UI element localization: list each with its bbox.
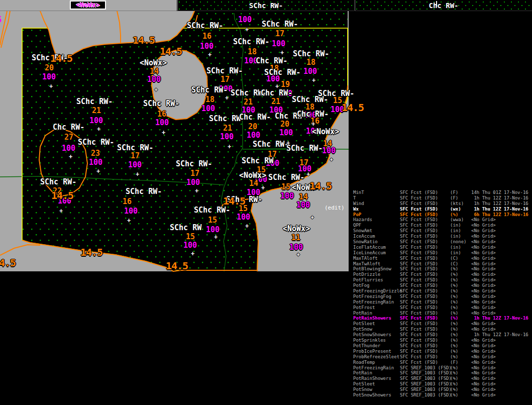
element-time: <No Grid>: [471, 245, 532, 250]
element-name: PotThunder: [350, 343, 400, 349]
element-source: SFC SREF_1003 (FSD): [400, 376, 450, 381]
legend-row-potblowingsnow[interactable]: PotBlowingSnowSFC Fcst (FSD)(%)<No Grid>: [350, 266, 532, 272]
legend-row-snowamt[interactable]: SnowAmtSFC Fcst (FSD)(in)<No Grid>: [350, 228, 532, 234]
legend-row-potsnow[interactable]: PotSnowSFC Fcst (FSD)(%)<No Grid>: [350, 327, 532, 332]
legend-row-probicepresent[interactable]: ProbIcePresentSFC Fcst (FSD)(%)<No Grid>: [350, 349, 532, 354]
element-unit: (in): [450, 245, 471, 250]
element-unit: (wwa): [450, 217, 471, 223]
element-source: SFC Fcst (FSD): [400, 332, 450, 338]
element-source: SFC Fcst (FSD): [400, 305, 450, 311]
legend-row-icelineaccum[interactable]: IceLineAccumSFC Fcst (FSD)(in)<No Grid>: [350, 250, 532, 256]
element-name: MaxTAloft: [350, 256, 400, 261]
legend-row-roadtemp[interactable]: RoadTempSFC Fcst (FSD)(F)<No Grid>: [350, 360, 532, 365]
element-time: <No Grid>: [471, 234, 532, 239]
element-source: SFC Fcst (FSD): [400, 234, 450, 239]
element-name: IceFlatAccum: [350, 245, 400, 250]
legend-row-snowratio[interactable]: SnowRatioSFC Fcst (FSD)(none)<No Grid>: [350, 239, 532, 245]
legend-row-pop[interactable]: PoPSFC Fcst (FSD)(%) 6h Thu 12Z 17-Nov-1…: [350, 212, 532, 218]
legend-row-potfog[interactable]: PotFogSFC Fcst (FSD)(%)<No Grid>: [350, 283, 532, 288]
legend-row-potsprinkles[interactable]: PotSprinklesSFC Fcst (FSD)(%)<No Grid>: [350, 338, 532, 343]
element-name: SnowAmt: [350, 228, 400, 234]
element-unit: (%): [450, 370, 471, 376]
element-name: MaxTwAloft: [350, 261, 400, 267]
element-unit: (F): [450, 360, 471, 365]
element-unit: (%): [450, 212, 471, 218]
element-time: <No Grid>: [471, 360, 532, 365]
element-time: 1h Thu 12Z 17-Nov-16: [471, 207, 532, 212]
element-time: <No Grid>: [471, 239, 532, 245]
element-unit: (F): [450, 195, 471, 201]
legend-row-potsnow[interactable]: PotSnowSFC SREF_1003 (FSD)(%)<No Grid>: [350, 387, 532, 392]
element-source: SFC Fcst (FSD): [400, 250, 450, 256]
element-time: <No Grid>: [471, 266, 532, 272]
element-time: 1h Thu 12Z 17-Nov-16: [471, 332, 532, 338]
element-name: PotFreezingDrizzle: [350, 288, 400, 294]
element-source: SFC Fcst (FSD): [400, 245, 450, 250]
legend-row-potfreezingrain[interactable]: PotFreezingRainSFC SREF_1003 (FSD)(%)<No…: [350, 365, 532, 371]
element-time: <No Grid>: [471, 387, 532, 392]
element-name: PotRain: [350, 370, 400, 376]
element-time: <No Grid>: [471, 305, 532, 311]
legend-row-maxtwaloft[interactable]: MaxTwAloftSFC Fcst (FSD)(C)<No Grid>: [350, 261, 532, 267]
element-unit: (in): [450, 223, 471, 228]
element-name: PotDrizzle: [350, 272, 400, 277]
element-time: <No Grid>: [471, 349, 532, 354]
element-unit: (%): [450, 332, 471, 338]
element-unit: (%): [450, 266, 471, 272]
legend-row-wx[interactable]: WxSFC Fcst (FSD)(wx) 1h Thu 12Z 17-Nov-1…: [350, 207, 532, 212]
legend-row-wind[interactable]: WindSFC Fcst (FSD)(kts) 1h Thu 12Z 17-No…: [350, 201, 532, 207]
legend-row-potrainshowers[interactable]: PotRainShowersSFC SREF_1003 (FSD)(%)<No …: [350, 376, 532, 381]
legend-row-mint[interactable]: MinTSFC Fcst (FSD)(F)14h Thu 01Z 17-Nov-…: [350, 190, 532, 195]
legend-row-iceaccum[interactable]: IceAccumSFC Fcst (FSD)(in)<No Grid>: [350, 234, 532, 239]
element-source: SFC SREF_1003 (FSD): [400, 365, 450, 371]
element-time: <No Grid>: [471, 311, 532, 316]
element-source: SFC SREF_1003 (FSD): [400, 387, 450, 392]
legend-row-qpf[interactable]: QPFSFC Fcst (FSD)(in)<No Grid>: [350, 223, 532, 228]
element-source: SFC Fcst (FSD): [400, 239, 450, 245]
element-unit: (%): [450, 294, 471, 299]
element-time: 6h Thu 12Z 17-Nov-16: [471, 212, 532, 218]
legend-row-potsleet[interactable]: PotSleetSFC Fcst (FSD)(%)<No Grid>: [350, 321, 532, 327]
element-time: 1h Thu 12Z 17-Nov-16: [471, 316, 532, 321]
element-name: PotFreezingRain: [350, 365, 400, 371]
element-time: <No Grid>: [471, 354, 532, 360]
element-unit: (%): [450, 392, 471, 398]
legend-row-t[interactable]: TSFC Fcst (FSD)(F) 1h Thu 12Z 17-Nov-16: [350, 195, 532, 201]
element-name: PotSnow: [350, 327, 400, 332]
element-name: PotFlurries: [350, 277, 400, 283]
element-unit: (F): [450, 190, 471, 195]
legend-row-potfrost[interactable]: PotFrostSFC Fcst (FSD)(%)<No Grid>: [350, 305, 532, 311]
element-name: PotFreezingFog: [350, 294, 400, 299]
element-source: SFC Fcst (FSD): [400, 223, 450, 228]
legend-row-potfreezingdrizzle[interactable]: PotFreezingDrizzleSFC Fcst (FSD)(%)<No G…: [350, 288, 532, 294]
element-unit: (in): [450, 250, 471, 256]
legend-row-iceflataccum[interactable]: IceFlatAccumSFC Fcst (FSD)(in)<No Grid>: [350, 245, 532, 250]
legend-row-potflurries[interactable]: PotFlurriesSFC Fcst (FSD)(%)<No Grid>: [350, 277, 532, 283]
element-unit: (none): [450, 239, 471, 245]
element-unit: (%): [450, 299, 471, 305]
legend-row-potsleet[interactable]: PotSleetSFC SREF_1003 (FSD)(%)<No Grid>: [350, 381, 532, 387]
legend-row-maxtaloft[interactable]: MaxTAloftSFC Fcst (FSD)(C)<No Grid>: [350, 256, 532, 261]
element-time: 14h Thu 01Z 17-Nov-16: [471, 190, 532, 195]
legend-row-hazards[interactable]: HazardsSFC Fcst (FSD)(wwa)<No Grid>: [350, 217, 532, 223]
element-source: SFC SREF_1003 (FSD): [400, 381, 450, 387]
legend-row-potdrizzle[interactable]: PotDrizzleSFC Fcst (FSD)(%)<No Grid>: [350, 272, 532, 277]
legend-row-potthunder[interactable]: PotThunderSFC Fcst (FSD)(%)<No Grid>: [350, 343, 532, 349]
element-source: SFC Fcst (FSD): [400, 343, 450, 349]
legend-row-potsnowshowers[interactable]: PotSnowShowersSFC SREF_1003 (FSD)(%)<No …: [350, 392, 532, 398]
legend-row-potrainshowers[interactable]: PotRainShowersSFC Fcst (FSD)(%) 1h Thu 1…: [350, 316, 532, 321]
element-source: SFC Fcst (FSD): [400, 261, 450, 267]
element-name: Hazards: [350, 217, 400, 223]
legend-row-potrain[interactable]: PotRainSFC SREF_1003 (FSD)(%)<No Grid>: [350, 370, 532, 376]
legend-row-probrefreezesleet[interactable]: ProbRefreezeSleetSFC Fcst (FSD)(%)<No Gr…: [350, 354, 532, 360]
legend-row-potrain[interactable]: PotRainSFC Fcst (FSD)(%)<No Grid>: [350, 311, 532, 316]
legend-row-potfreezingrain[interactable]: PotFreezingRainSFC Fcst (FSD)(%)<No Grid…: [350, 299, 532, 305]
gfe-application-window: <NoWx> SChc RW- Chc RW-: [0, 0, 532, 405]
legend-row-potfreezingfog[interactable]: PotFreezingFogSFC Fcst (FSD)(%)<No Grid>: [350, 294, 532, 299]
element-name: PotSprinkles: [350, 338, 400, 343]
element-name: T: [350, 195, 400, 201]
legend-row-potsnowshowers[interactable]: PotSnowShowersSFC Fcst (FSD)(%) 1h Thu 1…: [350, 332, 532, 338]
element-time: <No Grid>: [471, 321, 532, 327]
element-unit: (%): [450, 311, 471, 316]
element-time: <No Grid>: [471, 376, 532, 381]
